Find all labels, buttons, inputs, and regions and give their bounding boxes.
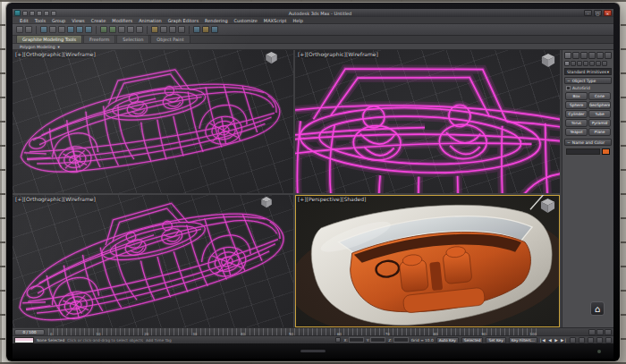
viewport-label[interactable]: [+][Orthographic][Wireframe] [15, 51, 96, 57]
set-key-button[interactable]: Set Key [486, 337, 505, 343]
application-menu-button[interactable] [14, 10, 21, 16]
render-setup-icon[interactable] [193, 26, 200, 33]
maximize-viewport-icon[interactable] [605, 337, 612, 343]
x-field[interactable] [349, 337, 364, 343]
menu-create[interactable]: Create [91, 18, 106, 23]
track-bar-filter-icon[interactable] [596, 329, 604, 335]
z-field[interactable] [393, 337, 409, 343]
object-type-rollout[interactable]: − Object Type [564, 77, 612, 84]
y-field[interactable] [370, 337, 385, 343]
menu-help[interactable]: Help [293, 18, 303, 23]
material-editor-icon[interactable] [178, 26, 185, 33]
create-tab-icon[interactable] [564, 52, 571, 59]
curve-editor-icon[interactable] [160, 26, 167, 33]
geosphere-button[interactable]: GeoSphere [588, 101, 611, 109]
viewport-label[interactable]: [+][Orthographic][Wireframe] [15, 196, 96, 202]
select-object-icon[interactable] [40, 26, 47, 33]
motion-tab-icon[interactable] [588, 52, 596, 59]
menu-maxscript[interactable]: MAXScript [264, 18, 287, 23]
percent-snap-icon[interactable] [118, 26, 125, 33]
tab-object-paint[interactable]: Object Paint [150, 35, 190, 43]
selected-dropdown[interactable]: Selected [461, 337, 484, 343]
torus-button[interactable]: Torus [565, 119, 588, 127]
key-filters-button[interactable]: Key Filters... [509, 337, 537, 343]
mirror-icon[interactable] [127, 26, 134, 33]
playback-controls[interactable]: |◀ ◀ ▶ ▶| [540, 338, 567, 343]
unlink-icon[interactable] [25, 26, 32, 33]
maxscript-mini-listener[interactable] [14, 337, 34, 343]
schematic-view-icon[interactable] [169, 26, 176, 33]
menu-tools[interactable]: Tools [35, 18, 46, 23]
frame-ruler[interactable]: 0 10 20 30 40 50 60 70 80 90 100 [48, 328, 538, 335]
tube-button[interactable]: Tube [588, 110, 611, 118]
orbit-icon[interactable] [596, 337, 603, 343]
modify-tab-icon[interactable] [572, 52, 579, 59]
menu-group[interactable]: Group [52, 18, 65, 23]
close-button[interactable]: ✕ [604, 10, 612, 16]
object-color-swatch[interactable] [602, 148, 610, 155]
menu-views[interactable]: Views [72, 18, 84, 23]
zoom-icon[interactable] [570, 337, 576, 343]
scene-helper-cube[interactable] [261, 197, 272, 208]
cameras-category-icon[interactable] [583, 61, 588, 66]
object-name-field[interactable] [566, 148, 600, 155]
tab-freeform[interactable]: Freeform [83, 35, 115, 43]
render-production-icon[interactable] [211, 26, 218, 33]
viewport-top-right[interactable]: [+][Orthographic][Wireframe] [295, 50, 560, 193]
viewcube[interactable] [540, 199, 555, 214]
viewcube[interactable] [541, 54, 555, 68]
menu-animation[interactable]: Animation [139, 18, 162, 23]
teapot-button[interactable]: Teapot [565, 128, 588, 136]
track-bar-icon[interactable] [605, 329, 612, 335]
menu-modifiers[interactable]: Modifiers [112, 18, 132, 23]
plane-button[interactable]: Plane [588, 128, 611, 136]
viewport-bottom-left[interactable]: [+][Orthographic][Wireframe] [13, 195, 293, 327]
cylinder-button[interactable]: Cylinder [565, 110, 588, 118]
pan-icon[interactable] [588, 337, 594, 343]
home-button[interactable]: ⌂ [590, 301, 605, 316]
hierarchy-tab-icon[interactable] [580, 52, 588, 59]
display-tab-icon[interactable] [596, 52, 604, 59]
menu-edit[interactable]: Edit [20, 18, 29, 23]
select-by-name-icon[interactable] [49, 26, 56, 33]
time-slider[interactable]: 0 / 100 [14, 329, 45, 335]
auto-key-button[interactable]: Auto Key [436, 337, 459, 343]
lights-category-icon[interactable] [577, 61, 582, 66]
helpers-category-icon[interactable] [589, 61, 595, 66]
move-icon[interactable] [67, 26, 74, 33]
render-frame-icon[interactable] [202, 26, 209, 33]
primitive-type-dropdown[interactable]: Standard Primitives ▾ [564, 68, 612, 75]
time-tag[interactable]: Add Time Tag [146, 338, 172, 343]
systems-category-icon[interactable] [602, 61, 607, 66]
minimize-button[interactable]: – [584, 10, 592, 16]
pyramid-button[interactable]: Pyramid [588, 119, 611, 127]
undo-icon[interactable] [44, 11, 49, 16]
angle-snap-icon[interactable] [109, 26, 116, 33]
rotate-icon[interactable] [76, 26, 83, 33]
snap-toggle-icon[interactable] [100, 26, 107, 33]
chevron-down-icon[interactable]: ▾ [58, 45, 60, 49]
viewport-label[interactable]: [+][Perspective][Shaded] [298, 196, 366, 202]
utilities-tab-icon[interactable] [605, 52, 612, 59]
name-and-color-rollout[interactable]: − Name and Color [564, 139, 612, 146]
sphere-button[interactable]: Sphere [565, 101, 588, 109]
polygon-modeling-panel[interactable]: Polygon Modeling [20, 45, 55, 49]
cone-button[interactable]: Cone [588, 92, 611, 100]
scale-icon[interactable] [85, 26, 92, 33]
shapes-category-icon[interactable] [571, 61, 576, 66]
viewport-perspective-shaded[interactable]: [+][Perspective][Shaded] [295, 195, 560, 327]
menu-customize[interactable]: Customize [234, 18, 258, 23]
viewport-top-left[interactable]: [+][Orthographic][Wireframe] [13, 50, 293, 193]
open-mini-curve-editor-icon[interactable] [588, 329, 596, 335]
open-file-icon[interactable] [30, 11, 35, 16]
space-warps-category-icon[interactable] [596, 61, 601, 66]
tab-graphite-modeling-tools[interactable]: Graphite Modeling Tools [16, 35, 82, 43]
viewport-label[interactable]: [+][Orthographic][Wireframe] [298, 51, 378, 57]
geometry-category-icon[interactable] [564, 61, 570, 66]
selection-lock-icon[interactable] [335, 337, 341, 343]
redo-icon[interactable] [51, 11, 56, 16]
new-scene-icon[interactable] [22, 11, 28, 16]
select-link-icon[interactable] [16, 26, 23, 33]
selection-region-icon[interactable] [58, 26, 65, 33]
save-file-icon[interactable] [37, 11, 42, 16]
